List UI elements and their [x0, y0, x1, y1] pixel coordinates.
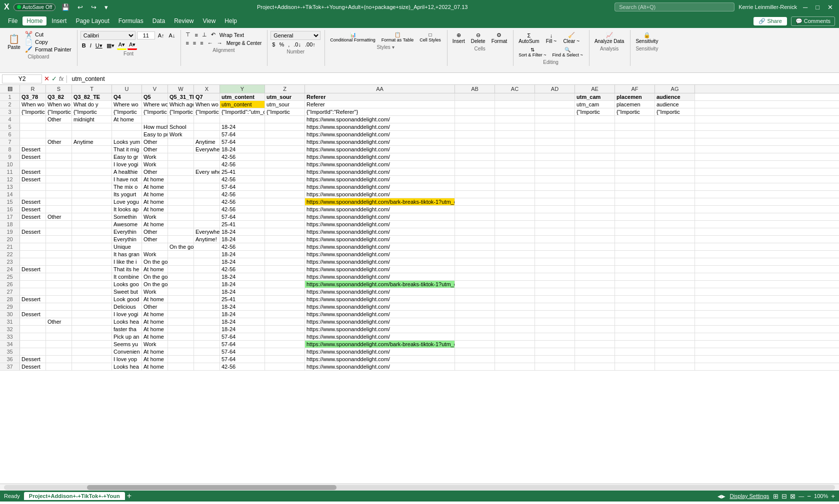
col-header-AF[interactable]: AF — [615, 85, 655, 93]
sensitivity-button[interactable]: 🔒 Sensitivity — [634, 31, 660, 45]
cell-AF5[interactable] — [615, 123, 655, 130]
sheet-tab[interactable]: Project+Addison+-+TikTok+-+Youn — [24, 492, 125, 500]
fill-color-button[interactable]: A▾ — [117, 41, 126, 50]
cell-AC1[interactable] — [495, 93, 535, 100]
cell-U3[interactable]: {"Importic — [112, 108, 142, 115]
cell-S2[interactable]: When wo — [46, 101, 72, 108]
cell-T2[interactable]: What do y — [72, 101, 112, 108]
cell-AA34-highlighted[interactable]: https://www.spoonanddelight.com/bark-bre… — [305, 341, 455, 348]
decrease-indent-button[interactable]: ← — [206, 39, 214, 46]
col-header-AB[interactable]: AB — [455, 85, 495, 93]
page-break-view-button[interactable]: ⊠ — [790, 493, 796, 500]
menu-formulas[interactable]: Formulas — [114, 16, 148, 25]
search-input[interactable] — [614, 2, 734, 11]
horizontal-scrollbar[interactable] — [0, 484, 839, 491]
delete-button[interactable]: ⊖ Delete — [469, 31, 488, 45]
cell-Z4[interactable] — [265, 116, 305, 123]
maximize-button[interactable]: □ — [814, 3, 822, 11]
cell-reference-input[interactable] — [2, 74, 42, 83]
cell-Y1[interactable]: utm_content — [220, 93, 265, 100]
cell-AB4[interactable] — [455, 116, 495, 123]
align-left-button[interactable]: ≡ — [184, 39, 190, 46]
cell-U2[interactable]: Where wo — [112, 101, 142, 108]
add-sheet-button[interactable]: + — [125, 492, 134, 501]
increase-indent-button[interactable]: → — [216, 39, 224, 46]
align-right-button[interactable]: ≡ — [198, 39, 204, 46]
cell-Z5[interactable] — [265, 123, 305, 130]
confirm-formula-button[interactable]: ✓ — [52, 75, 57, 82]
col-header-U[interactable]: U — [112, 85, 142, 93]
cell-T1[interactable]: Q3_82_TE — [72, 93, 112, 100]
cut-button[interactable]: Cut — [34, 31, 45, 38]
cell-T5[interactable] — [72, 123, 112, 130]
col-header-R[interactable]: R — [20, 85, 46, 93]
comments-button[interactable]: 💬 Comments — [791, 16, 835, 26]
grid-wrapper[interactable]: 1 Q3_78 Q3_82 Q3_82_TE Q4 Q5 Q5_31_TE Q7… — [0, 93, 839, 484]
zoom-out-button[interactable]: − — [807, 493, 811, 500]
cell-Y5[interactable]: 18-24 — [220, 123, 265, 130]
cell-U4[interactable]: At home — [112, 116, 142, 123]
col-header-X[interactable]: X — [194, 85, 220, 93]
align-middle-button[interactable]: ≡ — [193, 31, 199, 38]
cell-W1[interactable]: Q5_31_TE — [168, 93, 194, 100]
cell-AC5[interactable] — [495, 123, 535, 130]
cell-X5[interactable] — [194, 123, 220, 130]
align-center-button[interactable]: ≡ — [192, 39, 198, 46]
cell-AD1[interactable] — [535, 93, 575, 100]
select-all-button[interactable]: ▤ — [0, 85, 20, 93]
cell-W3[interactable]: {"Importic — [168, 108, 194, 115]
cell-R1[interactable]: Q3_78 — [20, 93, 46, 100]
cancel-formula-button[interactable]: ✕ — [44, 75, 50, 82]
clear-button[interactable]: 🧹 Clear ~ — [561, 31, 582, 45]
cell-AB3[interactable] — [455, 108, 495, 115]
cell-U1[interactable]: Q4 — [112, 93, 142, 100]
cell-T3[interactable]: {"Importic — [72, 108, 112, 115]
cell-AE3[interactable]: {"Importic — [575, 108, 615, 115]
paste-button[interactable]: 📋 Paste — [4, 33, 24, 51]
wrap-text-button[interactable]: Wrap Text — [218, 31, 246, 38]
cell-AB1[interactable] — [455, 93, 495, 100]
sort-filter-button[interactable]: ⇅ Sort & Filter ~ — [516, 46, 548, 58]
cell-W2[interactable]: Which age — [168, 101, 194, 108]
align-bottom-button[interactable]: ⊥ — [200, 31, 208, 38]
number-format-select[interactable]: General — [270, 31, 320, 40]
analyze-data-button[interactable]: 📈 Analyze Data — [592, 31, 626, 45]
border-button[interactable]: ▦▾ — [105, 42, 116, 49]
align-top-button[interactable]: ⊤ — [184, 31, 192, 38]
save-button[interactable]: 💾 — [60, 3, 72, 11]
share-button[interactable]: 🔗 Share — [754, 17, 786, 25]
cell-AA3[interactable]: {"ImportId":"Referer"} — [305, 108, 455, 115]
cell-W5[interactable]: School — [168, 123, 194, 130]
cell-R2[interactable]: When wo — [20, 101, 46, 108]
zoom-in-button[interactable]: + — [831, 493, 835, 500]
cell-Z3[interactable]: {"Importic — [265, 108, 305, 115]
normal-view-button[interactable]: ⊞ — [773, 493, 778, 500]
currency-button[interactable]: $ — [270, 41, 276, 48]
conditional-formatting-button[interactable]: 📊 Conditional Formatting — [328, 31, 378, 43]
format-painter-button[interactable]: Format Painter — [34, 46, 73, 53]
cell-AA15-highlighted[interactable]: https://www.spoonanddelight.com/bark-bre… — [305, 198, 455, 205]
formula-input[interactable] — [70, 75, 838, 83]
format-button[interactable]: ⚙ Format — [490, 31, 510, 45]
menu-view[interactable]: View — [199, 16, 220, 25]
cell-AA5[interactable]: https://www.spoonanddelight.com/ — [305, 123, 455, 130]
cell-AD3[interactable] — [535, 108, 575, 115]
bold-button[interactable]: B — [80, 42, 88, 49]
cell-AE5[interactable] — [575, 123, 615, 130]
cell-W4[interactable] — [168, 116, 194, 123]
cell-AD5[interactable] — [535, 123, 575, 130]
cell-AF1[interactable]: placemen — [615, 93, 655, 100]
cell-S4[interactable]: Other — [46, 116, 72, 123]
menu-review[interactable]: Review — [170, 16, 198, 25]
cell-AB2[interactable] — [455, 101, 495, 108]
cell-X3[interactable]: {"Importic — [194, 108, 220, 115]
decrease-decimal-button[interactable]: .0↓ — [292, 41, 302, 48]
cell-R4[interactable] — [20, 116, 46, 123]
col-header-T[interactable]: T — [72, 85, 112, 93]
find-select-button[interactable]: 🔍 Find & Select ~ — [550, 46, 585, 58]
menu-help[interactable]: Help — [220, 16, 241, 25]
format-as-table-button[interactable]: 📋 Format as Table — [380, 31, 416, 43]
font-size-input[interactable] — [137, 31, 155, 39]
cell-AA1[interactable]: Referer — [305, 93, 455, 100]
cell-AC2[interactable] — [495, 101, 535, 108]
